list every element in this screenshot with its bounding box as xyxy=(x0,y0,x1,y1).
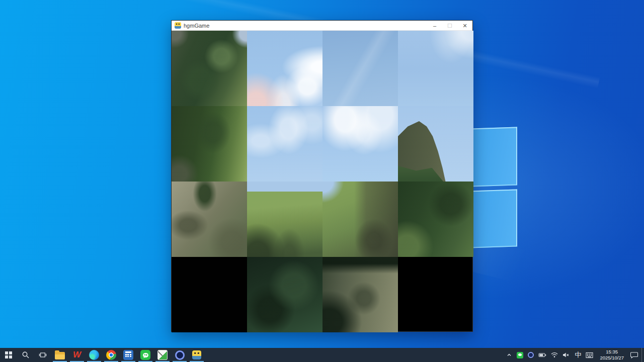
action-center-button[interactable] xyxy=(630,351,638,358)
tray-ime-mode[interactable]: 中 xyxy=(575,348,581,362)
taskbar-app-notes-editor[interactable] xyxy=(154,348,171,362)
puzzle-tile-r3c3-rocky-cliff[interactable] xyxy=(398,257,473,332)
puzzle-tile-r2c1-grassy-ridge[interactable] xyxy=(247,182,323,257)
search-icon xyxy=(22,351,30,359)
wps-office-icon: W xyxy=(73,350,81,360)
puzzle-tile-r0c2-hazy-sky[interactable] xyxy=(323,31,398,106)
show-desktop-button[interactable] xyxy=(641,348,644,362)
puzzle-tile-r3c2-cliff-with-trees[interactable] xyxy=(323,257,398,332)
taskbar-app-google-chrome[interactable] xyxy=(103,348,120,362)
windows-logo-icon xyxy=(5,351,12,358)
volume-muted-icon xyxy=(562,352,570,358)
taskbar-app-python-game[interactable] xyxy=(188,348,205,362)
taskbar: W xyxy=(0,348,644,362)
tray-battery[interactable] xyxy=(538,352,546,358)
calculator-icon xyxy=(123,350,133,360)
task-view-icon xyxy=(39,351,47,359)
python-app-icon xyxy=(175,22,181,29)
taskbar-app-wps-office[interactable]: W xyxy=(68,348,86,362)
puzzle-tile-r1c2-sky-cloud-band[interactable] xyxy=(323,106,398,182)
tray-volume[interactable] xyxy=(562,352,570,358)
puzzle-tile-r0c3-sky-faint-cloud[interactable] xyxy=(398,31,473,106)
wechat-icon xyxy=(140,350,150,360)
notes-editor-icon xyxy=(157,350,168,360)
game-window: hgmGame – ☐ ✕ xyxy=(171,20,473,332)
tray-ime-keyboard[interactable] xyxy=(586,352,593,358)
windows-logo-pane-top xyxy=(471,127,517,187)
python-game-icon xyxy=(192,350,201,359)
puzzle-tile-r1c3-rocky-pinnacle[interactable] xyxy=(398,106,473,182)
action-center-icon xyxy=(630,351,638,358)
taskbar-clock[interactable]: 15:35 2025/10/27 xyxy=(598,349,626,361)
puzzle-tile-r1c0-forested-ridge-lower[interactable] xyxy=(172,106,247,182)
taskbar-app-ring-browser[interactable] xyxy=(171,348,188,362)
wifi-icon xyxy=(551,352,558,358)
clock-time: 15:35 xyxy=(600,349,624,355)
tray-show-hidden-icons[interactable] xyxy=(506,352,512,358)
taskbar-app-wechat[interactable] xyxy=(137,348,154,362)
search-button[interactable] xyxy=(17,348,34,362)
start-button[interactable] xyxy=(0,348,17,362)
chrome-icon xyxy=(106,350,116,360)
puzzle-board xyxy=(172,31,473,332)
edge-icon xyxy=(89,350,99,360)
puzzle-tile-r0c1-sky-cumulus[interactable] xyxy=(247,31,323,106)
puzzle-tile-r1c1-sky-wispy[interactable] xyxy=(247,106,323,182)
puzzle-tile-r0c0-forested-ridge-upper[interactable] xyxy=(172,31,247,106)
puzzle-tile-r3c1-dark-forest-cliff[interactable] xyxy=(247,257,323,332)
puzzle-tile-r2c3-dark-forest-slope[interactable] xyxy=(398,182,473,257)
desktop: hgmGame – ☐ ✕ xyxy=(0,0,644,362)
wechat-tray-icon xyxy=(517,352,523,358)
puzzle-tile-r2c2-summit-cliff[interactable] xyxy=(323,182,398,257)
ring-app-tray-icon xyxy=(528,352,534,358)
puzzle-tile-r3c0-empty-slot xyxy=(172,257,247,332)
puzzle-tile-r2c0-rocky-crag[interactable] xyxy=(172,182,247,257)
taskbar-app-file-explorer[interactable] xyxy=(51,348,68,362)
window-titlebar[interactable]: hgmGame – ☐ ✕ xyxy=(172,21,472,31)
battery-icon xyxy=(538,352,546,358)
tray-ring-app[interactable] xyxy=(528,352,534,358)
system-tray: 中 15:35 2025/10/27 xyxy=(503,348,641,362)
tray-network[interactable] xyxy=(551,352,558,358)
file-explorer-icon xyxy=(55,352,65,359)
taskbar-app-calculator[interactable] xyxy=(120,348,137,362)
close-button[interactable]: ✕ xyxy=(457,21,472,31)
clock-date: 2025/10/27 xyxy=(600,355,624,361)
task-view-button[interactable] xyxy=(34,348,51,362)
chevron-up-icon xyxy=(506,352,512,358)
window-title: hgmGame xyxy=(184,23,209,29)
taskbar-app-microsoft-edge[interactable] xyxy=(86,348,103,362)
ring-browser-icon xyxy=(175,350,185,360)
tray-wechat[interactable] xyxy=(517,352,523,358)
minimize-button[interactable]: – xyxy=(427,21,442,31)
windows-logo-pane-bottom xyxy=(471,189,517,248)
maximize-button: ☐ xyxy=(442,21,457,31)
keyboard-icon xyxy=(586,352,593,358)
ime-chinese-indicator: 中 xyxy=(575,348,581,362)
